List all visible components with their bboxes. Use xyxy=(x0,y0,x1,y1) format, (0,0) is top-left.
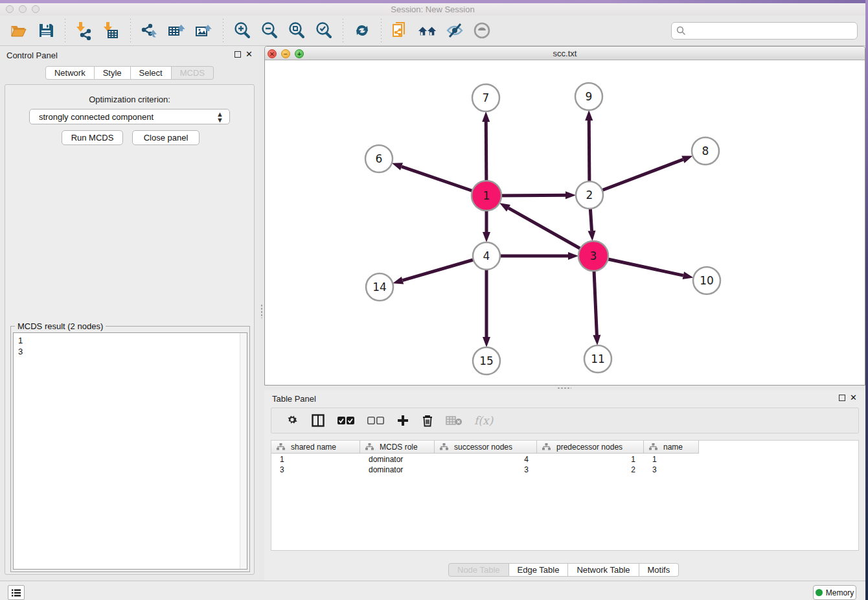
memory-button[interactable]: Memory xyxy=(813,585,856,600)
zoom-in-icon[interactable] xyxy=(233,20,252,41)
float-panel-icon[interactable] xyxy=(839,395,845,401)
tab-edge-table[interactable]: Edge Table xyxy=(509,563,569,577)
horizontal-splitter[interactable] xyxy=(264,386,865,390)
delete-columns-icon[interactable] xyxy=(421,412,434,429)
graph-node-4[interactable]: 4 xyxy=(473,242,500,270)
tab-network-table[interactable]: Network Table xyxy=(568,563,639,577)
table-toolbar: f(x) xyxy=(271,408,859,433)
svg-text:15: 15 xyxy=(479,354,494,367)
select-all-columns-icon[interactable] xyxy=(337,412,355,429)
graph-node-14[interactable]: 14 xyxy=(366,273,393,301)
optimization-criterion-label: Optimization criterion: xyxy=(5,95,254,104)
import-table-icon[interactable] xyxy=(102,20,121,41)
table-cell[interactable]: 3 xyxy=(644,465,699,475)
float-panel-icon[interactable] xyxy=(234,51,241,58)
table-cell[interactable]: 1 xyxy=(537,454,644,465)
close-panel-icon[interactable]: ✕ xyxy=(246,49,253,59)
export-image-icon[interactable] xyxy=(194,20,214,41)
function-builder-icon[interactable]: f(x) xyxy=(474,412,493,429)
node-table[interactable]: shared nameMCDS rolesuccessor nodesprede… xyxy=(271,440,859,551)
table-tabs: Node TableEdge TableNetwork TableMotifs xyxy=(448,563,679,577)
tab-style[interactable]: Style xyxy=(95,66,131,80)
clone-network-icon[interactable] xyxy=(391,20,410,41)
export-network-icon[interactable] xyxy=(140,20,159,41)
tab-network[interactable]: Network xyxy=(45,66,95,80)
toolbar-separator xyxy=(130,19,131,42)
table-options-icon[interactable] xyxy=(285,412,299,429)
network-frame-titlebar[interactable]: ✕ − + scc.txt xyxy=(265,47,865,60)
hide-selected-icon[interactable] xyxy=(445,20,464,41)
table-cell[interactable]: 2 xyxy=(537,465,644,475)
control-panel: Control Panel ✕ NetworkStyleSelectMCDS O… xyxy=(0,46,259,581)
graph-node-9[interactable]: 9 xyxy=(575,83,602,110)
main-toolbar xyxy=(0,16,865,46)
table-cell[interactable]: 3 xyxy=(435,465,537,475)
table-cell[interactable]: dominator xyxy=(360,465,435,475)
open-session-icon[interactable] xyxy=(9,20,29,41)
svg-text:11: 11 xyxy=(591,352,605,365)
tab-node-table[interactable]: Node Table xyxy=(448,563,509,577)
table-cell[interactable]: 1 xyxy=(271,454,360,465)
close-panel-icon[interactable]: ✕ xyxy=(850,393,857,402)
result-line: 1 xyxy=(18,335,247,346)
first-neighbors-icon[interactable] xyxy=(418,20,437,41)
save-session-icon[interactable] xyxy=(36,20,56,41)
show-all-icon[interactable] xyxy=(472,20,492,41)
close-panel-button[interactable]: Close panel xyxy=(132,130,200,145)
graph-node-10[interactable]: 10 xyxy=(693,267,720,294)
graph-node-15[interactable]: 15 xyxy=(473,347,500,375)
export-table-icon[interactable] xyxy=(167,20,187,41)
search-input[interactable] xyxy=(689,26,857,36)
show-column-icon[interactable] xyxy=(311,412,325,429)
task-history-button[interactable] xyxy=(8,585,25,600)
table-cell[interactable]: 3 xyxy=(271,465,360,475)
refresh-icon[interactable] xyxy=(352,20,372,41)
control-panel-title: Control Panel xyxy=(6,51,58,60)
column-header-mcds-role[interactable]: MCDS role xyxy=(360,441,435,453)
svg-text:7: 7 xyxy=(483,91,490,104)
run-mcds-button[interactable]: Run MCDS xyxy=(62,130,123,145)
vertical-splitter[interactable] xyxy=(259,46,264,581)
window-titlebar: Session: New Session xyxy=(0,3,865,16)
tab-select[interactable]: Select xyxy=(131,66,172,80)
column-header-shared-name[interactable]: shared name xyxy=(271,441,360,453)
table-row[interactable]: 1dominator411 xyxy=(271,454,699,465)
graph-node-7[interactable]: 7 xyxy=(472,84,499,111)
tab-motifs[interactable]: Motifs xyxy=(639,563,680,577)
svg-text:2: 2 xyxy=(586,189,593,202)
deselect-all-columns-icon[interactable] xyxy=(367,412,385,429)
column-header-successor-nodes[interactable]: successor nodes xyxy=(435,441,537,453)
graph-node-6[interactable]: 6 xyxy=(365,145,393,172)
memory-status-icon xyxy=(816,589,823,596)
column-header-label: MCDS role xyxy=(380,443,418,452)
zoom-fit-icon[interactable] xyxy=(287,20,306,41)
column-header-name[interactable]: name xyxy=(644,441,699,453)
graph-node-11[interactable]: 11 xyxy=(584,345,611,373)
delete-table-icon[interactable] xyxy=(446,412,463,429)
criterion-dropdown[interactable]: strongly connected component ▲▼ xyxy=(29,109,230,124)
svg-text:1: 1 xyxy=(483,189,490,202)
zoom-selected-icon[interactable] xyxy=(314,20,334,41)
tab-mcds[interactable]: MCDS xyxy=(172,66,214,80)
graph-node-3[interactable]: 3 xyxy=(578,241,608,271)
edge-2-8[interactable] xyxy=(589,159,683,195)
table-cell[interactable]: dominator xyxy=(360,454,435,465)
table-row[interactable]: 3dominator323 xyxy=(271,465,699,475)
result-scrollbar[interactable] xyxy=(240,333,247,569)
table-cell[interactable]: 4 xyxy=(435,454,537,465)
create-column-icon[interactable] xyxy=(396,412,409,429)
mcds-result-textarea[interactable]: 13 xyxy=(13,332,247,570)
search-field[interactable] xyxy=(671,22,858,40)
graph-node-1[interactable]: 1 xyxy=(472,181,501,211)
graph-node-2[interactable]: 2 xyxy=(576,181,603,209)
network-graph[interactable]: 7968124314101511 xyxy=(265,60,865,385)
graph-node-8[interactable]: 8 xyxy=(692,137,719,165)
svg-text:14: 14 xyxy=(372,281,387,294)
splitter-grip-icon xyxy=(557,387,571,389)
mcds-result-title: MCDS result (2 nodes) xyxy=(15,321,106,331)
column-header-predecessor-nodes[interactable]: predecessor nodes xyxy=(537,441,644,453)
table-cell[interactable]: 1 xyxy=(644,454,699,465)
zoom-out-icon[interactable] xyxy=(260,20,279,41)
import-network-icon[interactable] xyxy=(74,20,94,41)
toolbar-separator xyxy=(65,19,65,42)
